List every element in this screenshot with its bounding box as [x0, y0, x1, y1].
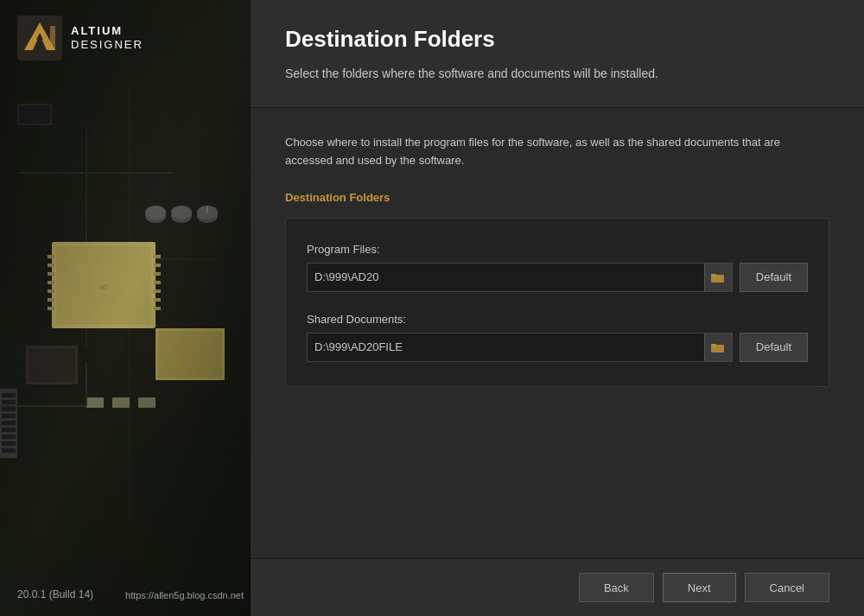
svg-marker-55: [50, 26, 55, 50]
program-files-input[interactable]: [308, 270, 704, 283]
program-files-default-button[interactable]: Default: [740, 263, 808, 292]
sidebar-logo: ALTIUM DESIGNER: [17, 16, 143, 60]
sidebar-version: 20.0.1 (Build 14): [17, 588, 93, 600]
shared-documents-browse-button[interactable]: [704, 333, 732, 361]
section-label: Destination Folders: [285, 191, 829, 204]
logo-designer: DESIGNER: [71, 38, 143, 52]
sidebar: IC: [0, 0, 251, 616]
shared-documents-row: Shared Documents: Default: [307, 313, 808, 362]
shared-documents-input-row: Default: [307, 333, 808, 362]
logo-text: ALTIUM DESIGNER: [71, 24, 143, 51]
page-title: Destination Folders: [285, 26, 829, 53]
sidebar-url: https://allen5g.blog.csdn.net: [125, 590, 244, 600]
program-files-label: Program Files:: [307, 243, 808, 256]
back-button[interactable]: Back: [579, 573, 654, 602]
program-files-input-row: Default: [307, 263, 808, 292]
header-section: Destination Folders Select the folders w…: [251, 0, 864, 108]
shared-documents-input-wrapper[interactable]: [307, 333, 733, 362]
shared-documents-default-button[interactable]: Default: [740, 333, 808, 362]
folder-browse-icon: [711, 271, 725, 283]
svg-rect-59: [711, 344, 716, 346]
program-files-input-wrapper[interactable]: [307, 263, 733, 292]
altium-logo-icon: [17, 16, 62, 60]
footer-section: Back Next Cancel: [251, 558, 864, 616]
content-description: Choose where to install the program file…: [285, 134, 829, 170]
shared-documents-label: Shared Documents:: [307, 313, 808, 326]
folders-box: Program Files: Default: [285, 218, 829, 387]
program-files-row: Program Files: Default: [307, 243, 808, 292]
svg-rect-51: [0, 0, 251, 616]
program-files-browse-button[interactable]: [704, 264, 732, 291]
content-section: Choose where to install the program file…: [251, 108, 864, 558]
shared-documents-input[interactable]: [308, 340, 704, 353]
main-content: Destination Folders Select the folders w…: [251, 0, 864, 616]
next-button[interactable]: Next: [663, 573, 736, 602]
header-subtitle: Select the folders where the software an…: [285, 65, 829, 83]
folder-browse-icon-2: [711, 341, 725, 353]
logo-altium: ALTIUM: [71, 24, 143, 38]
svg-rect-57: [711, 274, 716, 276]
cancel-button[interactable]: Cancel: [745, 573, 829, 602]
